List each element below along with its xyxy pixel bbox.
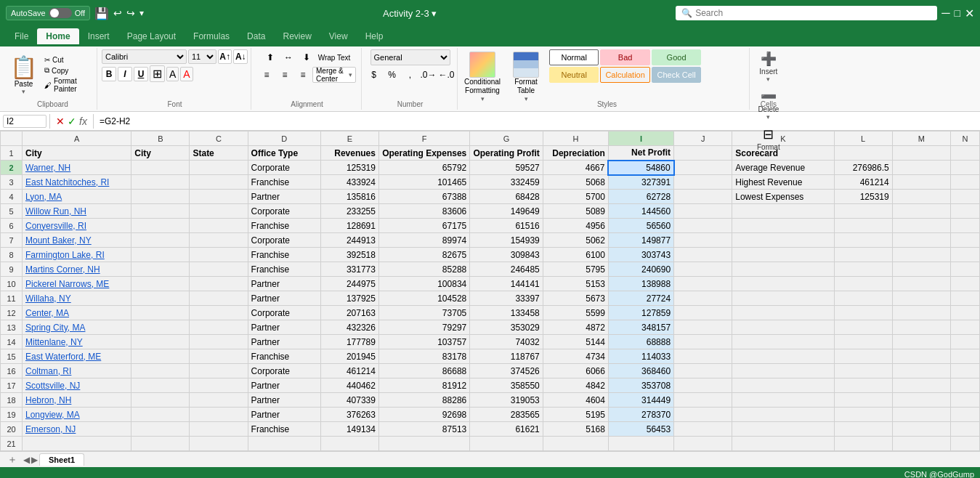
- tab-view[interactable]: View: [320, 28, 357, 44]
- row-header-3[interactable]: 3: [1, 175, 23, 190]
- cell-empty-21-2[interactable]: [190, 437, 248, 451]
- cell-g16[interactable]: 374526: [470, 364, 543, 378]
- cell-empty-21-0[interactable]: [23, 437, 131, 451]
- cell-l3[interactable]: 461214: [834, 175, 892, 190]
- cell-f14[interactable]: 103757: [378, 335, 469, 349]
- cell-m7[interactable]: [892, 233, 950, 248]
- cell-f10[interactable]: 100834: [378, 277, 469, 291]
- cell-b20[interactable]: [131, 422, 190, 437]
- cell-b5[interactable]: [131, 204, 190, 219]
- cell-m19[interactable]: [892, 408, 950, 422]
- cell-g4[interactable]: 68428: [470, 190, 543, 204]
- align-bottom-button[interactable]: ⬇: [298, 49, 315, 65]
- decimal-increase-button[interactable]: .0→: [420, 67, 437, 83]
- copy-button[interactable]: ⧉ Copy: [41, 65, 94, 76]
- cell-e14[interactable]: 177789: [320, 335, 378, 349]
- cell-f12[interactable]: 73705: [378, 306, 469, 320]
- fill-color-button[interactable]: A: [166, 67, 179, 81]
- wrap-text-button[interactable]: Wrap Text: [316, 49, 352, 65]
- cell-k7[interactable]: [732, 233, 834, 248]
- cell-i12[interactable]: 127859: [608, 306, 673, 320]
- cell-n7[interactable]: [950, 233, 979, 248]
- col-header-b[interactable]: B: [131, 131, 190, 146]
- header-state[interactable]: State: [190, 146, 248, 161]
- cell-i5[interactable]: 144560: [608, 204, 673, 219]
- cell-i2[interactable]: 54860: [608, 161, 673, 175]
- cell-k16[interactable]: [732, 364, 834, 378]
- cell-h2[interactable]: 4667: [543, 161, 608, 175]
- cell-i3[interactable]: 327391: [608, 175, 673, 190]
- cell-k13[interactable]: [732, 320, 834, 335]
- cell-a3[interactable]: East Natchitoches, RI: [23, 175, 131, 190]
- cell-empty-21-12[interactable]: [892, 437, 950, 451]
- cell-k4[interactable]: Lowest Expenses: [732, 190, 834, 204]
- cell-g14[interactable]: 74032: [470, 335, 543, 349]
- header-operating-profit[interactable]: Operating Profit: [470, 146, 543, 161]
- row-header-13[interactable]: 13: [1, 320, 23, 335]
- normal-style[interactable]: Normal: [549, 49, 599, 65]
- cell-d18[interactable]: Partner: [248, 393, 320, 408]
- cell-f16[interactable]: 86688: [378, 364, 469, 378]
- cell-c4[interactable]: [190, 190, 248, 204]
- col-header-d[interactable]: D: [248, 131, 320, 146]
- cell-h12[interactable]: 5599: [543, 306, 608, 320]
- cell-n6[interactable]: [950, 219, 979, 233]
- align-top-button[interactable]: ⬆: [262, 49, 279, 65]
- cell-f15[interactable]: 83178: [378, 349, 469, 364]
- cell-b18[interactable]: [131, 393, 190, 408]
- format-button[interactable]: ⊟ Format ▾: [754, 125, 783, 160]
- cell-a16[interactable]: Coltman, RI: [23, 364, 131, 378]
- cell-l16[interactable]: [834, 364, 892, 378]
- font-family-select[interactable]: Calibri: [102, 49, 187, 64]
- cell-e18[interactable]: 407339: [320, 393, 378, 408]
- add-sheet-button[interactable]: ＋: [3, 452, 22, 468]
- cell-reference-input[interactable]: [3, 115, 46, 128]
- cell-i11[interactable]: 27724: [608, 291, 673, 306]
- cell-empty-21-9[interactable]: [674, 437, 732, 451]
- row-header-8[interactable]: 8: [1, 248, 23, 262]
- cell-empty-21-5[interactable]: [378, 437, 469, 451]
- cell-d7[interactable]: Corporate: [248, 233, 320, 248]
- cell-j7[interactable]: [674, 233, 732, 248]
- cell-a2[interactable]: Warner, NH: [23, 161, 131, 175]
- decimal-decrease-button[interactable]: ←.0: [438, 67, 455, 83]
- cell-n17[interactable]: [950, 378, 979, 393]
- cell-j20[interactable]: [674, 422, 732, 437]
- tab-file[interactable]: File: [6, 28, 37, 44]
- cell-c6[interactable]: [190, 219, 248, 233]
- confirm-formula-icon[interactable]: ✓: [68, 116, 76, 127]
- cell-d4[interactable]: Partner: [248, 190, 320, 204]
- cell-n12[interactable]: [950, 306, 979, 320]
- cell-k8[interactable]: [732, 248, 834, 262]
- cell-g5[interactable]: 149649: [470, 204, 543, 219]
- cell-e3[interactable]: 433924: [320, 175, 378, 190]
- col-header-k[interactable]: K: [732, 131, 834, 146]
- row-header-14[interactable]: 14: [1, 335, 23, 349]
- cell-d15[interactable]: Franchise: [248, 349, 320, 364]
- col-header-g[interactable]: G: [470, 131, 543, 146]
- cell-m12[interactable]: [892, 306, 950, 320]
- cell-e6[interactable]: 128691: [320, 219, 378, 233]
- cell-h11[interactable]: 5673: [543, 291, 608, 306]
- cell-m15[interactable]: [892, 349, 950, 364]
- cell-k12[interactable]: [732, 306, 834, 320]
- cell-h19[interactable]: 5195: [543, 408, 608, 422]
- cell-a14[interactable]: Mittenlane, NY: [23, 335, 131, 349]
- row-header-4[interactable]: 4: [1, 190, 23, 204]
- cell-h14[interactable]: 5144: [543, 335, 608, 349]
- cell-b10[interactable]: [131, 277, 190, 291]
- font-color-button[interactable]: A: [180, 67, 193, 81]
- tab-home[interactable]: Home: [37, 28, 78, 44]
- tab-data[interactable]: Data: [238, 28, 274, 44]
- cell-c5[interactable]: [190, 204, 248, 219]
- cell-e15[interactable]: 201945: [320, 349, 378, 364]
- cell-h7[interactable]: 5062: [543, 233, 608, 248]
- cell-e8[interactable]: 392518: [320, 248, 378, 262]
- cell-i20[interactable]: 56453: [608, 422, 673, 437]
- cell-f7[interactable]: 89974: [378, 233, 469, 248]
- cell-n19[interactable]: [950, 408, 979, 422]
- col-header-j[interactable]: J: [674, 131, 732, 146]
- row-header-6[interactable]: 6: [1, 219, 23, 233]
- cell-n9[interactable]: [950, 262, 979, 277]
- cell-j14[interactable]: [674, 335, 732, 349]
